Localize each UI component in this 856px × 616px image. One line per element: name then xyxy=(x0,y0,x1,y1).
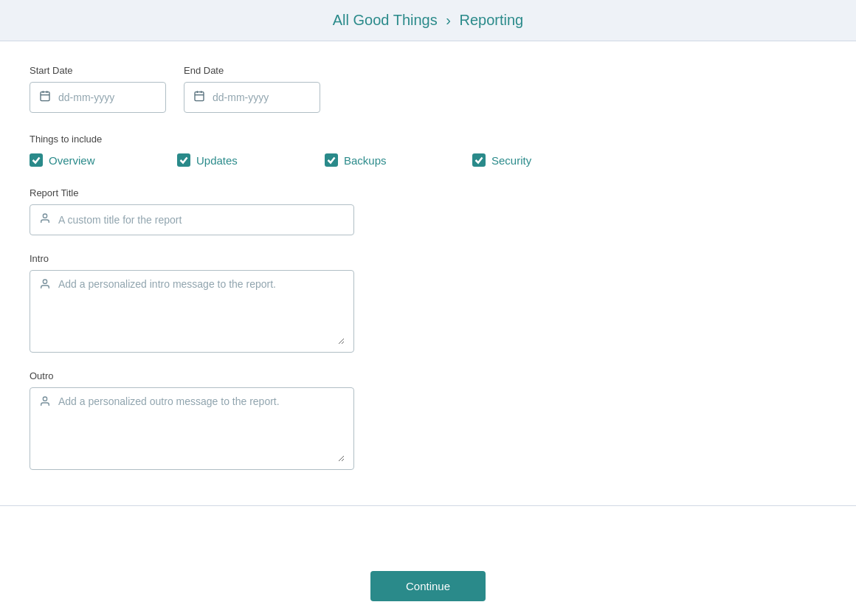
end-date-field: End Date dd-mm-yyyy xyxy=(184,65,320,113)
checkboxes-row: Overview Updates Backups xyxy=(30,153,826,167)
svg-rect-4 xyxy=(195,92,204,101)
report-title-input-wrapper xyxy=(30,204,354,235)
outro-field: Outro xyxy=(30,370,826,470)
end-date-input[interactable]: dd-mm-yyyy xyxy=(184,82,320,113)
checkbox-security[interactable]: Security xyxy=(472,153,620,167)
checkbox-updates[interactable]: Updates xyxy=(177,153,325,167)
report-title-field: Report Title xyxy=(30,187,826,235)
page-name: Reporting xyxy=(460,12,524,28)
intro-textarea-wrapper xyxy=(30,270,354,353)
calendar-icon-end xyxy=(193,90,205,105)
checkbox-overview-label: Overview xyxy=(49,154,95,167)
report-title-label: Report Title xyxy=(30,187,826,198)
breadcrumb-separator: › xyxy=(446,12,451,28)
things-section: Things to include Overview Updates xyxy=(30,134,826,167)
checkbox-overview[interactable]: Overview xyxy=(30,153,177,167)
things-label: Things to include xyxy=(30,134,826,145)
date-row: Start Date dd-mm-yyyy End Date xyxy=(30,65,826,113)
checkbox-backups[interactable]: Backups xyxy=(325,153,472,167)
start-date-field: Start Date dd-mm-yyyy xyxy=(30,65,166,113)
start-date-placeholder: dd-mm-yyyy xyxy=(58,91,114,103)
svg-point-9 xyxy=(43,280,46,283)
svg-point-8 xyxy=(43,214,46,218)
outro-label: Outro xyxy=(30,370,826,381)
intro-field: Intro xyxy=(30,253,826,353)
svg-point-10 xyxy=(43,397,46,401)
footer-divider xyxy=(0,505,856,506)
intro-textarea[interactable] xyxy=(58,278,345,345)
end-date-label: End Date xyxy=(184,65,320,76)
checkbox-updates-label: Updates xyxy=(196,154,238,167)
checkbox-updates-box[interactable] xyxy=(177,153,190,167)
outro-textarea[interactable] xyxy=(58,395,345,462)
breadcrumb: All Good Things › Reporting xyxy=(333,12,523,28)
person-icon-outro xyxy=(39,395,51,410)
checkbox-security-label: Security xyxy=(491,154,531,167)
continue-button[interactable]: Continue xyxy=(370,571,486,601)
person-icon-intro xyxy=(39,278,51,293)
checkbox-security-box[interactable] xyxy=(472,153,486,167)
calendar-icon-start xyxy=(39,90,51,105)
checkbox-overview-box[interactable] xyxy=(30,153,43,167)
end-date-placeholder: dd-mm-yyyy xyxy=(213,91,269,103)
start-date-input[interactable]: dd-mm-yyyy xyxy=(30,82,166,113)
page-header: All Good Things › Reporting xyxy=(0,0,856,41)
report-title-input[interactable] xyxy=(58,214,345,226)
footer: Continue xyxy=(0,556,856,616)
svg-rect-0 xyxy=(41,92,49,101)
main-content: Start Date dd-mm-yyyy End Date xyxy=(0,41,856,556)
person-icon-title xyxy=(39,212,51,227)
start-date-label: Start Date xyxy=(30,65,166,76)
intro-label: Intro xyxy=(30,253,826,264)
checkbox-backups-box[interactable] xyxy=(325,153,338,167)
outro-textarea-wrapper xyxy=(30,387,354,470)
checkbox-backups-label: Backups xyxy=(344,154,387,167)
site-name[interactable]: All Good Things xyxy=(333,12,438,28)
